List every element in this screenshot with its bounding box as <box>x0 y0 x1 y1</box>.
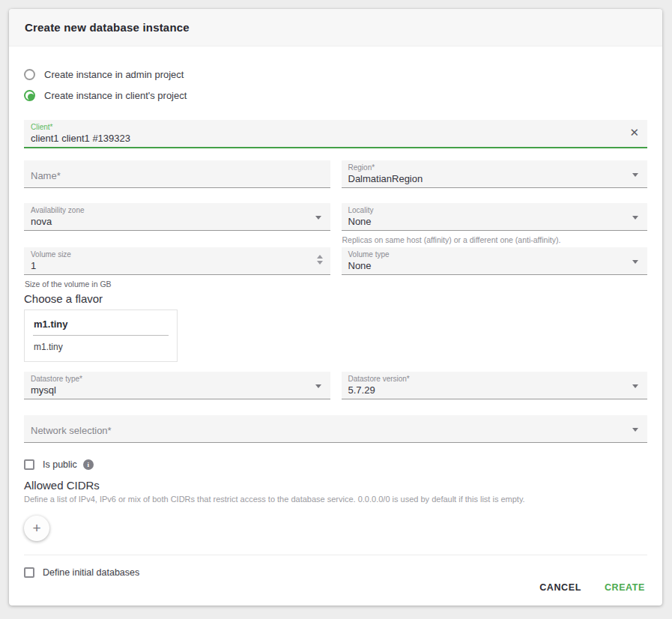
page-background: Create new database instance Create inst… <box>0 0 672 619</box>
is-public-checkbox-row[interactable]: Is public i <box>24 459 647 470</box>
volume-size-helper-text: Size of the volume in GB <box>25 280 330 289</box>
cancel-button[interactable]: CANCEL <box>538 579 583 596</box>
datastore-version-value: 5.7.29 <box>348 384 641 396</box>
initial-databases-label: Define initial databases <box>43 567 139 578</box>
datastore-type-select[interactable]: Datastore type* mysql <box>24 372 330 399</box>
chevron-down-icon[interactable] <box>632 384 638 388</box>
flavor-section-heading: Choose a flavor <box>24 292 647 305</box>
create-button[interactable]: CREATE <box>603 579 647 596</box>
client-field-value: client1 client1 #139323 <box>31 132 641 145</box>
availability-zone-select[interactable]: Availability zone nova <box>24 203 330 231</box>
radio-client-project-label: Create instance in client's project <box>44 90 187 101</box>
section-divider <box>24 555 647 555</box>
availability-zone-value: nova <box>31 215 324 228</box>
chevron-down-icon[interactable] <box>315 384 321 388</box>
datastore-type-label: Datastore type* <box>31 375 324 384</box>
dialog-header: Create new database instance <box>9 9 662 46</box>
datastore-version-label: Datastore version* <box>348 375 641 384</box>
radio-checked-icon[interactable] <box>24 90 35 101</box>
checkbox-unchecked-icon[interactable] <box>24 567 34 578</box>
region-select[interactable]: Region* DalmatianRegion <box>342 160 648 188</box>
chevron-down-icon[interactable] <box>632 260 638 264</box>
client-field[interactable]: Client* client1 client1 #139323 ✕ <box>24 120 647 148</box>
zone-locality-row: Availability zone nova Locality None Rep… <box>24 203 647 245</box>
name-input-placeholder: Name* <box>31 170 61 181</box>
checkbox-unchecked-icon[interactable] <box>24 459 34 470</box>
locality-helper-text: Replicas on same host (affinity) or a di… <box>342 235 648 245</box>
plus-icon: + <box>32 520 40 537</box>
project-radio-group: Create instance in admin project Create … <box>24 67 647 103</box>
flavor-group-header: m1.tiny <box>25 310 177 335</box>
dialog-title: Create new database instance <box>25 21 190 34</box>
chevron-down-icon[interactable] <box>632 216 638 220</box>
dialog-actions: CANCEL CREATE <box>538 579 647 596</box>
number-stepper-icon[interactable] <box>317 255 323 265</box>
info-icon[interactable]: i <box>83 459 94 470</box>
name-input[interactable]: Name* <box>24 160 330 188</box>
clear-client-icon[interactable]: ✕ <box>629 127 639 139</box>
radio-admin-project[interactable]: Create instance in admin project <box>24 67 647 82</box>
chevron-down-icon[interactable] <box>632 428 638 432</box>
network-selection-placeholder: Network selection* <box>31 425 112 436</box>
volume-size-value: 1 <box>31 259 324 272</box>
stepper-up-icon[interactable] <box>317 255 323 259</box>
flavor-list: m1.tiny m1.tiny <box>24 310 178 362</box>
radio-unchecked-icon[interactable] <box>24 69 35 80</box>
volume-size-input[interactable]: Volume size 1 <box>24 247 330 275</box>
radio-client-project[interactable]: Create instance in client's project <box>24 88 647 103</box>
availability-zone-label: Availability zone <box>31 206 324 215</box>
datastore-version-select[interactable]: Datastore version* 5.7.29 <box>342 372 648 399</box>
create-database-instance-dialog: Create new database instance Create inst… <box>9 9 662 606</box>
name-region-row: Name* Region* DalmatianRegion <box>24 160 647 188</box>
locality-value: None <box>348 215 641 228</box>
volume-row: Volume size 1 Size of the volume in GB V… <box>24 247 647 289</box>
chevron-down-icon[interactable] <box>315 216 321 220</box>
stepper-down-icon[interactable] <box>317 261 323 265</box>
add-cidr-button[interactable]: + <box>24 516 49 541</box>
volume-type-label: Volume type <box>348 250 641 259</box>
volume-type-value: None <box>348 259 641 272</box>
volume-size-label: Volume size <box>31 250 324 259</box>
datastore-row: Datastore type* mysql Datastore version*… <box>24 372 647 399</box>
datastore-type-value: mysql <box>31 384 324 396</box>
locality-select[interactable]: Locality None <box>342 203 648 231</box>
locality-label: Locality <box>348 206 641 215</box>
allowed-cidrs-heading: Allowed CIDRs <box>24 479 647 492</box>
region-select-value: DalmatianRegion <box>348 172 641 185</box>
flavor-list-item[interactable]: m1.tiny <box>25 336 177 361</box>
network-selection-select[interactable]: Network selection* <box>24 415 647 443</box>
radio-admin-project-label: Create instance in admin project <box>44 69 184 80</box>
volume-type-select[interactable]: Volume type None <box>342 247 648 275</box>
dialog-body: Create instance in admin project Create … <box>9 67 662 578</box>
initial-databases-checkbox-row[interactable]: Define initial databases <box>24 567 647 578</box>
client-field-label: Client* <box>31 123 641 132</box>
chevron-down-icon[interactable] <box>632 173 638 177</box>
is-public-label: Is public <box>43 459 77 470</box>
allowed-cidrs-description: Define a list of IPv4, IPv6 or mix of bo… <box>24 494 647 504</box>
region-select-label: Region* <box>348 163 641 172</box>
